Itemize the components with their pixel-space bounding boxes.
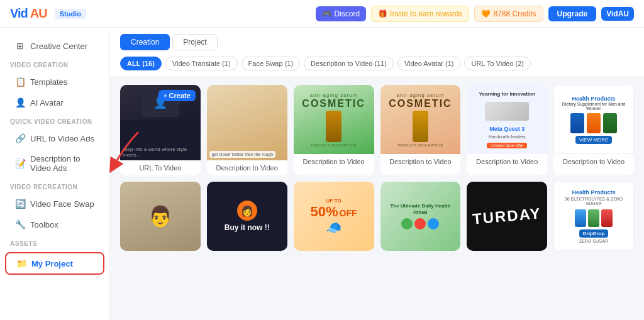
studio-badge: Studio bbox=[55, 9, 86, 19]
main-layout: ⊞ Creative Center Video Creation 📋 Templ… bbox=[0, 28, 644, 320]
card-label-desc-1: Description to Video bbox=[207, 160, 287, 175]
cosmetic-title2: COSMETIC bbox=[389, 98, 452, 109]
health-cta-button[interactable]: VIEW MORE bbox=[575, 136, 613, 144]
url-video-tagline: Step into a world where style meets... bbox=[123, 146, 198, 158]
sidebar-item-creative-center[interactable]: ⊞ Creative Center bbox=[5, 36, 104, 56]
tab-project[interactable]: Project bbox=[172, 34, 217, 50]
drip-brand-label: DripDrop bbox=[579, 229, 609, 238]
card-label-desc-2: Description to Video bbox=[294, 154, 374, 169]
sidebar-item-my-project[interactable]: 📁 My Project bbox=[5, 252, 104, 275]
card-label-desc-4: Description to Video bbox=[467, 154, 547, 169]
create-label: Create bbox=[169, 92, 191, 99]
toolbox-icon: 🔧 bbox=[15, 219, 25, 229]
credits-display: 🧡 8788 Credits bbox=[474, 6, 543, 22]
filter-avatar[interactable]: Video Avatar (1) bbox=[397, 57, 460, 70]
face-swap-icon: 🔄 bbox=[15, 199, 25, 209]
drip-electrolytes: 36 ELECTROLYTES & ZERO SUGAR bbox=[557, 197, 631, 206]
saturday-text: TURDAY bbox=[472, 204, 542, 228]
logo: VidAU bbox=[10, 6, 47, 21]
video-creation-section: Video Creation bbox=[0, 57, 109, 71]
create-overlay-button[interactable]: + Create bbox=[158, 90, 196, 101]
card-desc-video-4[interactable]: Yearning for Innovation Meta Quest 3 Han… bbox=[467, 85, 547, 175]
card-desc-video-3[interactable]: anti-aging serum COSMETIC PRODUCT DESCRI… bbox=[380, 85, 461, 175]
health-title: Health Products bbox=[572, 96, 616, 102]
desc-icon: 📝 bbox=[15, 158, 25, 168]
cosmetic-title1: COSMETIC bbox=[302, 98, 365, 109]
sidebar-item-url-to-video[interactable]: 🔗 URL to Video Ads bbox=[5, 128, 104, 148]
content-area: Creation Project ALL (16) Video Translat… bbox=[110, 28, 644, 320]
health-sub: Dietary Supplement for Men and Women bbox=[557, 102, 631, 111]
assets-section: Assets bbox=[0, 235, 109, 250]
meta-sub: Handcrafts leaders bbox=[489, 135, 526, 139]
project-icon: 📁 bbox=[16, 258, 26, 268]
card-row2-drip-drop[interactable]: Health Products 36 ELECTROLYTES & ZERO S… bbox=[553, 182, 634, 251]
buy-title: Buy it now !! bbox=[225, 223, 270, 232]
topbar-right: 🎮 Discord 🎁 Invite to earn rewards 🧡 878… bbox=[316, 6, 634, 22]
gift-icon: 🎁 bbox=[378, 9, 387, 18]
sidebar-item-face-swap[interactable]: 🔄 Video Face Swap bbox=[5, 194, 104, 214]
drip-sub: ZERO SUGAR bbox=[579, 239, 608, 243]
card-row2-person[interactable]: 👨 bbox=[120, 182, 201, 251]
heart-icon: 🧡 bbox=[481, 9, 491, 18]
tab-creation[interactable]: Creation bbox=[120, 34, 170, 50]
avatar-icon: 👤 bbox=[15, 97, 25, 108]
content-header: Creation Project ALL (16) Video Translat… bbox=[110, 28, 644, 77]
cosmetic-sub2: anti-aging serum bbox=[397, 92, 445, 98]
filter-desc[interactable]: Description to Video (11) bbox=[304, 57, 394, 70]
card-row2-saturday[interactable]: TURDAY bbox=[467, 182, 547, 251]
sale-off: OFF bbox=[340, 208, 357, 218]
rewards-button[interactable]: 🎁 Invite to earn rewards bbox=[371, 6, 469, 22]
filter-url[interactable]: URL To Video (2) bbox=[464, 57, 531, 70]
link-icon: 🔗 bbox=[15, 133, 25, 143]
card-label-url-video: URL To Video bbox=[120, 160, 201, 175]
card-desc-video-5[interactable]: Health Products Dietary Supplement for M… bbox=[553, 85, 634, 175]
upgrade-button[interactable]: Upgrade bbox=[548, 6, 597, 21]
filter-translate[interactable]: Video Translate (1) bbox=[165, 57, 238, 70]
card-desc-video-2[interactable]: anti-aging serum COSMETIC PRODUCT DESCRI… bbox=[294, 85, 374, 175]
meta-title: Meta Quest 3 bbox=[489, 126, 525, 132]
discord-icon: 🎮 bbox=[322, 9, 331, 18]
video-grid: 👤 Step into a world where style meets...… bbox=[110, 77, 644, 258]
topbar: VidAU Studio 🎮 Discord 🎁 Invite to earn … bbox=[0, 0, 644, 28]
product-desc1: PRODUCT DESCRIPTION bbox=[311, 143, 356, 147]
filter-all[interactable]: ALL (16) bbox=[120, 57, 162, 70]
sidebar-item-ai-avatar[interactable]: 👤 AI Avatar bbox=[5, 92, 104, 113]
discord-button[interactable]: 🎮 Discord bbox=[316, 6, 366, 21]
template-icon: 📋 bbox=[15, 77, 25, 87]
card-url-to-video[interactable]: 👤 Step into a world where style meets...… bbox=[120, 85, 201, 175]
cosmetic-sub1: anti-aging serum bbox=[310, 92, 358, 98]
user-avatar[interactable]: VidAU bbox=[601, 7, 634, 21]
meta-offer: Limited time offer bbox=[487, 143, 527, 148]
health-title-2: Health Products bbox=[572, 189, 616, 196]
card-row2-health-ritual[interactable]: The Ultimate Daily Health Ritual bbox=[380, 182, 461, 251]
card-row2-sale[interactable]: UP TO 50% OFF 🧢 bbox=[294, 182, 374, 251]
card-row2-buy[interactable]: 👩 Buy it now !! bbox=[207, 182, 287, 251]
card-label-desc-5: Description to Video bbox=[553, 154, 634, 169]
person-tagline: get closer better than the rough bbox=[209, 151, 275, 158]
sidebar-item-desc-to-video[interactable]: 📝 Description to Video Ads bbox=[5, 149, 104, 178]
meta-brand: Yearning for Innovation bbox=[479, 91, 535, 97]
sidebar-item-toolbox[interactable]: 🔧 Toolbox bbox=[5, 214, 104, 234]
grid-icon: ⊞ bbox=[15, 41, 25, 51]
filter-row: ALL (16) Video Translate (1) Face Swap (… bbox=[120, 57, 634, 70]
main-tabs: Creation Project bbox=[120, 34, 634, 50]
video-recreation-section: Video Recreation bbox=[0, 179, 109, 193]
sale-pct: 50% bbox=[311, 204, 338, 220]
health-ritual-title: The Ultimate Daily Health Ritual bbox=[383, 203, 458, 216]
quick-video-section: Quick Video Creation bbox=[0, 113, 109, 128]
sale-upto: UP TO bbox=[326, 198, 341, 204]
sidebar-item-templates[interactable]: 📋 Templates bbox=[5, 72, 104, 92]
card-label-desc-3: Description to Video bbox=[380, 154, 461, 169]
product-desc2: PRODUCT DESCRIPTION bbox=[397, 143, 443, 147]
filter-faceswap[interactable]: Face Swap (1) bbox=[242, 57, 301, 70]
card-desc-video-1[interactable]: get closer better than the rough Descrip… bbox=[207, 85, 287, 175]
sidebar: ⊞ Creative Center Video Creation 📋 Templ… bbox=[0, 28, 110, 320]
